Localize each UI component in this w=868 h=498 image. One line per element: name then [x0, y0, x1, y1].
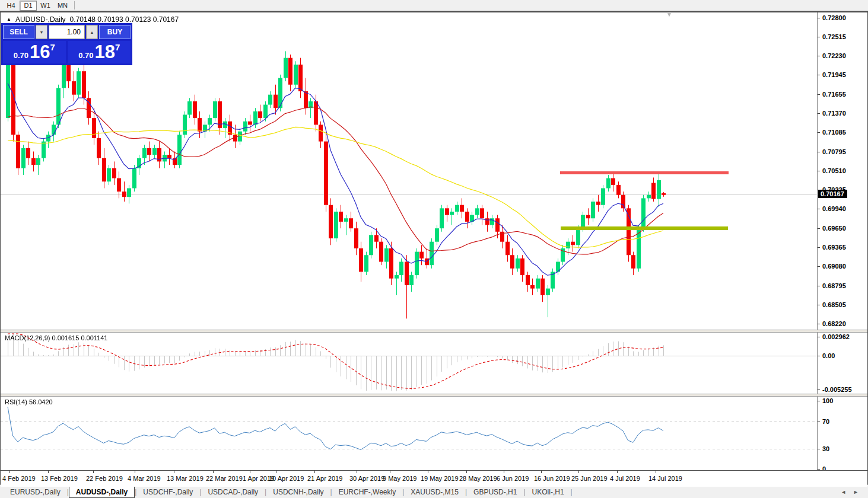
time-tick: [428, 471, 428, 473]
time-tick: [250, 471, 250, 473]
time-tick: [9, 471, 10, 473]
price-tick-label: 0.72800: [818, 14, 846, 21]
chart-tab-gbpusd-h1[interactable]: GBPUSD-,H1: [467, 487, 523, 497]
time-tick: [276, 471, 276, 473]
toolbar-separator: [74, 1, 75, 9]
main-chart-pane[interactable]: ▲ AUDUSD-,Daily 0.70148 0.70193 0.70123 …: [1, 12, 817, 330]
buy-button[interactable]: BUY: [99, 25, 131, 39]
chart-tab-usdcnh-daily[interactable]: USDCNH-,Daily: [266, 487, 330, 497]
time-label: 19 May 2019: [421, 475, 459, 482]
time-label: 25 Jun 2019: [571, 475, 608, 482]
chart-title: ▲ AUDUSD-,Daily 0.70148 0.70193 0.70123 …: [7, 15, 179, 24]
macd-tick-label: 0.00: [818, 352, 835, 359]
tab-separator: |: [571, 488, 573, 496]
price-tick-label: 0.69365: [818, 244, 846, 251]
chart-tab-ukoil-h1[interactable]: UKOil-,H1: [526, 487, 571, 497]
time-label: 28 May 2019: [459, 475, 497, 482]
time-tick: [135, 471, 135, 473]
macd-label: MACD(12,26,9) 0.001615 0.001141: [5, 334, 107, 341]
sell-price-display[interactable]: 0.70 16 7: [3, 41, 66, 63]
time-tick: [314, 471, 315, 473]
time-label: 21 Apr 2019: [307, 475, 342, 482]
volume-increase-button[interactable]: ▲: [86, 25, 98, 39]
chart-tab-usdcad-daily[interactable]: USDCAD-,Daily: [201, 487, 265, 497]
sell-price-prefix: 0.70: [14, 51, 28, 60]
price-tick-label: 0.71945: [818, 71, 846, 78]
price-tick-label: 0.69080: [818, 263, 846, 270]
time-tick: [93, 471, 94, 473]
time-label: 10 Apr 2019: [269, 475, 304, 482]
time-label: 14 Jul 2019: [648, 475, 682, 482]
time-label: 4 Mar 2019: [128, 475, 161, 482]
sell-price-big: 16: [30, 41, 50, 63]
buy-price-big: 18: [94, 41, 115, 63]
chart-tab-xauusd-m15[interactable]: XAUUSD-,M15: [404, 487, 465, 497]
buy-price-sup: 7: [115, 42, 120, 52]
price-tick-label: 0.68795: [818, 282, 846, 289]
rsi-label: RSI(14) 56.0420: [5, 398, 53, 406]
chart-shift-marker-icon[interactable]: ▼: [666, 11, 672, 18]
price-tick-label: 0.70510: [818, 167, 846, 174]
volume-decrease-button[interactable]: ▼: [36, 25, 47, 39]
tab-scroll-left-icon[interactable]: ◄: [841, 489, 846, 495]
price-tick-label: 0.69650: [818, 225, 846, 232]
chart-tab-eurchf-weekly[interactable]: EURCHF-,Weekly: [332, 487, 402, 497]
macd-pane[interactable]: MACD(12,26,9) 0.001615 0.001141: [1, 333, 817, 394]
time-label: 9 May 2019: [383, 475, 416, 482]
time-label: 6 Jun 2019: [497, 475, 529, 482]
time-tick: [390, 471, 390, 473]
time-tick: [466, 471, 467, 473]
buy-price-display[interactable]: 0.70 18 7: [68, 41, 131, 63]
time-tick: [541, 471, 542, 473]
current-price-tag: 0.70167: [818, 190, 847, 198]
chart-tab-audusd-daily[interactable]: AUDUSD-,Daily: [69, 486, 135, 498]
time-label: 22 Feb 2019: [86, 475, 123, 482]
macd-canvas[interactable]: [1, 333, 817, 394]
price-tick-label: 0.70795: [818, 148, 846, 155]
rsi-tick-label: 30: [818, 445, 829, 452]
chart-ohlc-values: 0.70148 0.70193 0.70123 0.70167: [70, 15, 179, 24]
macd-tick-label: -0.005255: [818, 386, 852, 393]
price-tick-label: 0.71085: [818, 129, 846, 136]
time-label: 4 Jul 2019: [610, 475, 640, 482]
time-label: 16 Jun 2019: [534, 475, 570, 482]
chart-tab-eurusd-daily[interactable]: EURUSD-,Daily: [4, 487, 67, 497]
volume-input[interactable]: 1.00: [49, 25, 85, 39]
timeframe-button-w1[interactable]: W1: [37, 1, 54, 11]
price-tick-label: 0.69940: [818, 205, 846, 212]
rsi-pane[interactable]: RSI(14) 56.0420: [1, 397, 817, 470]
timeframe-button-h4[interactable]: H4: [2, 1, 20, 11]
chart-symbol-label: AUDUSD-,Daily: [15, 15, 66, 24]
chart-tab-usdchf-daily[interactable]: USDCHF-,Daily: [136, 487, 199, 497]
time-tick: [578, 471, 579, 473]
time-tick: [656, 471, 656, 473]
one-click-trading-panel: SELL ▼ 1.00 ▲ BUY 0.70 16 7 0.70 18 7: [1, 23, 132, 65]
time-label: 30 Apr 2019: [349, 475, 384, 482]
rsi-canvas[interactable]: [1, 397, 817, 470]
time-tick: [504, 471, 504, 473]
price-tick-label: 0.68220: [818, 320, 846, 327]
time-label: 22 Mar 2019: [206, 475, 243, 482]
timeframe-button-d1[interactable]: D1: [20, 1, 37, 11]
price-scale[interactable]: 0.728000.725150.722300.719450.716550.713…: [817, 12, 867, 330]
chart-window: ▲ AUDUSD-,Daily 0.70148 0.70193 0.70123 …: [0, 11, 868, 484]
sell-button[interactable]: SELL: [3, 25, 34, 39]
rsi-scale[interactable]: 10070300: [817, 397, 867, 470]
sell-price-sup: 7: [50, 42, 55, 52]
collapse-triangle-icon[interactable]: ▲: [7, 17, 11, 23]
time-tick: [617, 471, 618, 473]
buy-price-prefix: 0.70: [78, 51, 93, 60]
time-tick: [213, 471, 214, 473]
price-tick-label: 0.71370: [818, 110, 846, 117]
time-axis[interactable]: 4 Feb 201913 Feb 201922 Feb 20194 Mar 20…: [1, 470, 867, 487]
price-tick-label: 0.72515: [818, 33, 846, 40]
tab-scroll-right-icon[interactable]: ►: [853, 489, 859, 495]
time-label: 13 Mar 2019: [167, 475, 204, 482]
timeframe-button-mn[interactable]: MN: [54, 1, 71, 11]
macd-tick-label: 0.002962: [818, 333, 850, 340]
macd-scale[interactable]: 0.0029620.00-0.005255: [817, 333, 867, 394]
price-tick-label: 0.68505: [818, 301, 846, 308]
rsi-tick-label: 70: [818, 418, 829, 425]
time-label: 13 Feb 2019: [41, 475, 78, 482]
price-tick-label: 0.71655: [818, 91, 846, 98]
